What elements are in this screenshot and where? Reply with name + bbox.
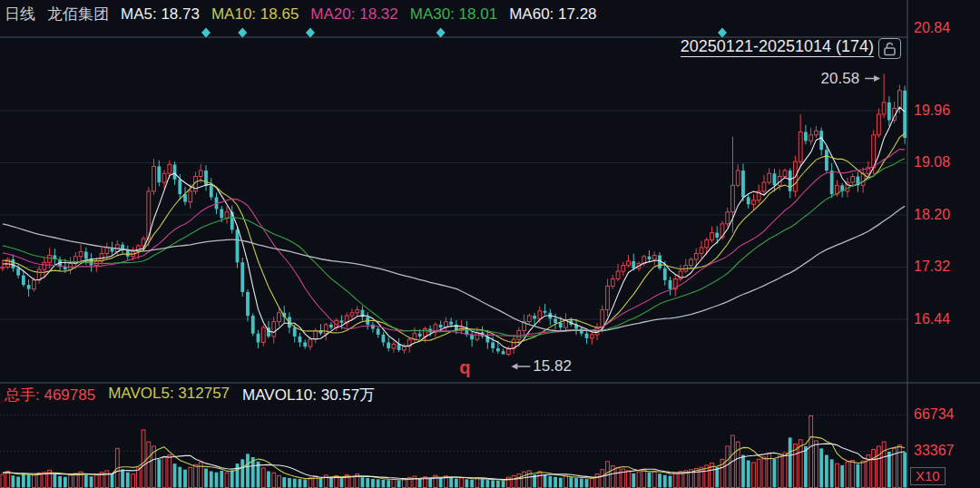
volume-bar [6,472,10,488]
volume-bar [512,475,515,487]
event-diamond-icon[interactable] [201,28,211,38]
candle-body [851,177,855,183]
candle-body [251,316,255,334]
mavol5-legend: MAVOL5: 312757 [108,385,230,405]
volume-bar [230,470,234,487]
volume-bar [111,473,114,487]
volume-bar [601,470,604,488]
candle-body [491,342,495,348]
volume-bar [194,464,198,487]
volume-bar [142,430,145,488]
mavol10-legend: MAVOL10: 30.57万 [242,385,375,405]
price-axis-label: 19.96 [914,102,950,119]
candle-body [423,328,426,336]
event-diamond-icon[interactable] [306,28,315,38]
volume-bar [851,461,855,488]
candle-body [225,212,229,219]
volume-bar [16,477,20,488]
candle-body [887,102,891,121]
volume-bar [632,473,635,488]
candle-body [580,328,583,333]
volume-bar [215,473,219,488]
candle-body [705,239,709,247]
candle-body [387,342,390,348]
candle-body [527,316,531,322]
candle-body [715,233,719,238]
period-label: 日线 [5,4,35,24]
volume-bar [538,472,542,488]
volume-bar [220,471,223,488]
volume-bar [757,459,760,487]
candle-body [470,335,474,339]
volume-bar [53,474,56,488]
volume-bar [819,448,823,487]
volume-bar [183,470,187,488]
q-marker-text: q [459,357,470,377]
volume-bar [157,459,161,487]
volume-bar [22,473,25,488]
volume-bar [897,445,901,488]
volume-scale-button[interactable]: X10 [910,467,946,485]
volume-bar [387,480,390,487]
volume-bar [465,479,468,487]
candle-body [309,339,312,346]
volume-bar [627,471,631,488]
volume-bar [736,442,740,487]
volume-bar [726,446,730,488]
volume-bar [413,476,416,487]
candle-body [736,171,740,185]
ma20-legend: MA20: 18.32 [310,5,397,24]
candle-body [544,311,547,313]
price-axis-label: 19.08 [914,154,950,171]
candle-body [173,164,177,179]
low-price-text: 15.82 [533,357,572,375]
lock-toggle-button[interactable] [878,38,901,59]
q-event-marker[interactable]: q [459,357,470,378]
volume-bar [58,476,62,488]
candle-body [648,257,652,259]
candle-body [538,311,542,318]
date-range-label[interactable]: 20250121-20251014 (174) [681,37,874,57]
volume-bar [126,473,130,488]
stock-name: 龙佰集团 [47,4,109,24]
candle-body [37,269,41,280]
candle-body [240,262,244,292]
volume-bar [877,446,880,488]
volume-bar [673,473,677,487]
event-diamond-icon[interactable] [436,28,446,38]
volume-bar [485,480,489,487]
event-diamond-icon[interactable] [718,28,727,38]
volume-bar [11,475,15,487]
candle-body [199,171,202,177]
volume-axis-label: 66734 [914,406,955,423]
volume-bar [840,465,844,488]
candle-body [789,171,792,191]
candle-body [1,268,5,268]
candle-body [236,229,240,262]
volume-bar [168,455,172,488]
volume-bar [544,474,547,488]
event-diamond-icon[interactable] [238,28,247,38]
volume-bar [340,478,344,487]
candle-body [611,279,614,287]
candle-body [350,313,354,316]
volume-bar [663,475,667,488]
volume-scale-label: X10 [916,468,940,483]
volume-bar [616,467,620,487]
candle-body [809,135,813,142]
volume-bar [90,476,93,487]
candle-body [324,325,328,334]
open-padlock-icon [882,41,897,56]
candle-body [559,323,563,327]
candle-body [210,185,213,197]
volume-bar [282,477,286,487]
volume-bar [27,474,31,487]
candle-body [700,248,703,254]
date-range-selector[interactable]: 20250121-20251014 (174) [681,37,874,56]
volume-bar [428,478,432,487]
volume-bar [147,442,151,487]
ma5-legend: MA5: 18.73 [121,5,200,24]
volume-bar [778,456,781,488]
volume-bar [449,477,453,488]
volume-bar [548,476,552,488]
